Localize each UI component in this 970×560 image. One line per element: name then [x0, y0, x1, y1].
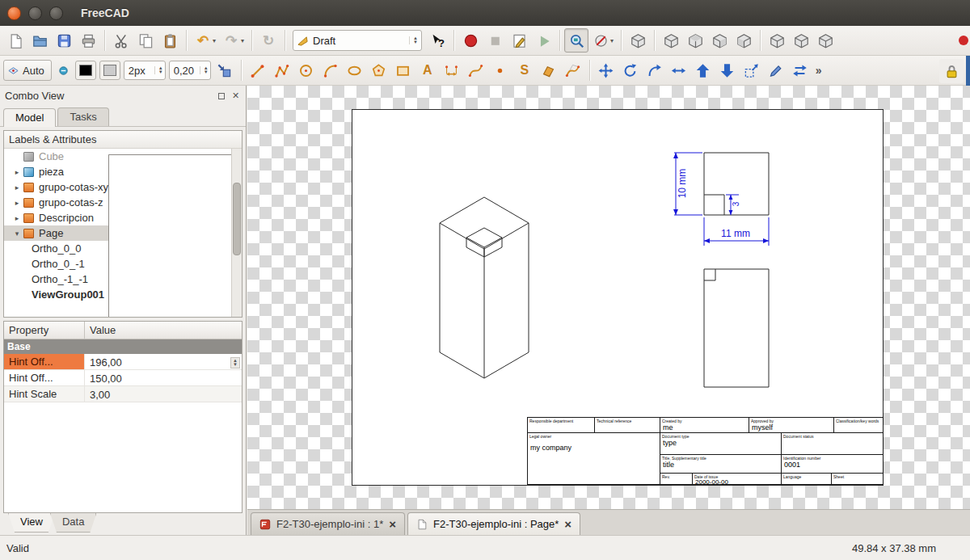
window-minimize-button[interactable]: [28, 6, 42, 20]
line-width-spinbox[interactable]: 2px ▲▼: [124, 61, 166, 80]
draft-text-button[interactable]: A: [415, 58, 440, 82]
redo-dropdown-arrow[interactable]: ▾: [241, 37, 247, 44]
draft-trimex-button[interactable]: [667, 58, 691, 82]
draft-facebinder-button[interactable]: [537, 58, 561, 82]
draft-move-button[interactable]: [594, 58, 618, 82]
draft-circle-button[interactable]: [294, 58, 318, 82]
expand-arrow-icon[interactable]: ▸: [11, 168, 23, 176]
draft-bspline-button[interactable]: [464, 58, 488, 82]
macro-edit-button[interactable]: [507, 28, 531, 53]
view-top-button[interactable]: [683, 28, 707, 53]
window-maximize-button[interactable]: [49, 6, 63, 20]
expand-arrow-icon[interactable]: ▸: [11, 183, 23, 192]
working-plane-button[interactable]: Auto: [3, 60, 52, 81]
draft-rotate-button[interactable]: [618, 58, 643, 82]
expand-arrow-icon[interactable]: ▸: [11, 199, 23, 207]
view-left-button[interactable]: [789, 28, 813, 53]
macro-stop-button[interactable]: [483, 28, 507, 53]
construction-mode-button[interactable]: [54, 58, 74, 82]
draft-snap-button[interactable]: [788, 58, 812, 82]
draft-rectangle-button[interactable]: [391, 58, 415, 82]
draft-line-button[interactable]: [246, 58, 270, 82]
view-front-button[interactable]: [659, 28, 683, 53]
tree-scrollbar[interactable]: [231, 149, 242, 317]
draft-downgrade-button[interactable]: [715, 58, 740, 82]
view-bottom-button[interactable]: [765, 28, 789, 53]
draft-upgrade-button[interactable]: [691, 58, 715, 82]
tab-view[interactable]: View: [8, 513, 55, 533]
draft-edit-button[interactable]: [764, 58, 788, 82]
toolbar-overflow-indicator[interactable]: [959, 36, 968, 45]
apply-style-button[interactable]: [213, 58, 237, 82]
line-width-arrows[interactable]: ▲▼: [154, 66, 163, 74]
cut-button[interactable]: [109, 28, 133, 53]
workbench-selector-arrows[interactable]: ▲▼: [409, 36, 418, 44]
refresh-button[interactable]: ↻: [256, 28, 280, 53]
title-block: Responsible department Technical referen…: [527, 417, 884, 485]
group-folder-icon: [23, 183, 34, 192]
tab-tasks[interactable]: Tasks: [57, 107, 108, 126]
draft-wire-button[interactable]: [270, 58, 294, 82]
view-isometric-button[interactable]: [626, 28, 650, 53]
close-panel-icon[interactable]: ✕: [230, 91, 241, 101]
open-document-button[interactable]: [27, 28, 52, 53]
redo-button[interactable]: ↷: [219, 28, 243, 53]
toolbar-overflow-chevron[interactable]: »: [816, 65, 822, 76]
paste-button[interactable]: [158, 28, 182, 53]
document-tab-3d[interactable]: F2-T30-ejemplo-ini : 1* ×: [251, 512, 405, 535]
view-right-button[interactable]: [707, 28, 732, 53]
tree-item-viewgroup001[interactable]: ViewGroup001: [4, 287, 242, 302]
value-spinner-arrows[interactable]: ▲▼: [230, 357, 240, 368]
undo-button[interactable]: ↶: [191, 28, 215, 53]
property-row-hint-offset-x[interactable]: Hint Off... 196,00 ▲▼: [4, 354, 242, 370]
macro-record-button[interactable]: [458, 28, 483, 53]
draft-dimension-button[interactable]: [440, 58, 464, 82]
close-tab-icon[interactable]: ×: [564, 518, 571, 530]
property-row-hint-offset-y[interactable]: Hint Off... 150,00: [4, 370, 242, 386]
view-rear-button[interactable]: [732, 28, 756, 53]
draft-offset-button[interactable]: [643, 58, 667, 82]
draw-style-button[interactable]: [588, 28, 613, 53]
new-document-button[interactable]: [3, 28, 27, 53]
toolbar-handle[interactable]: [966, 56, 970, 86]
text-scale-arrows[interactable]: ▲▼: [200, 66, 209, 74]
view-axonometric-button[interactable]: [813, 28, 837, 53]
polygon-tool-icon: [371, 63, 386, 78]
draft-arc-button[interactable]: [318, 58, 343, 82]
draft-scale-button[interactable]: [740, 58, 764, 82]
expand-arrow-icon[interactable]: ▸: [11, 214, 23, 222]
print-button[interactable]: [76, 28, 100, 53]
collapse-arrow-icon[interactable]: ▾: [11, 229, 23, 238]
dimension-notch[interactable]: 3: [732, 196, 740, 213]
window-close-button[interactable]: [7, 6, 21, 20]
draft-shapestring-button[interactable]: S: [512, 58, 537, 82]
box-zoom-button[interactable]: [564, 28, 588, 53]
macro-execute-button[interactable]: [531, 28, 555, 53]
tab-model[interactable]: Model: [3, 108, 56, 127]
draw-style-dropdown-arrow[interactable]: ▾: [610, 37, 617, 44]
workbench-selector[interactable]: Draft ▲▼: [293, 30, 422, 51]
dimension-height[interactable]: 10 mm: [677, 162, 688, 204]
float-panel-icon[interactable]: [216, 91, 226, 101]
tree-scrollbar-thumb[interactable]: [233, 183, 241, 255]
face-color-swatch[interactable]: [99, 61, 120, 80]
document-tab-page[interactable]: F2-T30-ejemplo-ini : Page* ×: [407, 512, 580, 535]
draft-point-button[interactable]: [488, 58, 512, 82]
whats-this-button[interactable]: ?: [425, 28, 449, 53]
draft-ellipse-button[interactable]: [343, 58, 367, 82]
draft-bezier-button[interactable]: [561, 58, 585, 82]
drawing-viewport[interactable]: 10 mm 3 11 mm Responsible department Tec…: [247, 86, 970, 509]
dimension-width[interactable]: 11 mm: [715, 228, 757, 239]
property-group-base[interactable]: Base: [4, 339, 242, 354]
tab-data[interactable]: Data: [50, 513, 96, 533]
draft-polygon-button[interactable]: [367, 58, 391, 82]
toolbar-lock-button[interactable]: [939, 59, 964, 83]
close-tab-icon[interactable]: ×: [389, 518, 396, 530]
text-scale-spinbox[interactable]: 0,20 ▲▼: [169, 61, 211, 80]
property-row-hint-scale[interactable]: Hint Scale 3,00: [4, 386, 242, 402]
save-document-button[interactable]: [52, 28, 76, 53]
drawing-page[interactable]: 10 mm 3 11 mm Responsible department Tec…: [352, 109, 884, 486]
line-color-swatch[interactable]: [75, 61, 96, 80]
undo-dropdown-arrow[interactable]: ▾: [213, 37, 219, 44]
copy-button[interactable]: [133, 28, 158, 53]
